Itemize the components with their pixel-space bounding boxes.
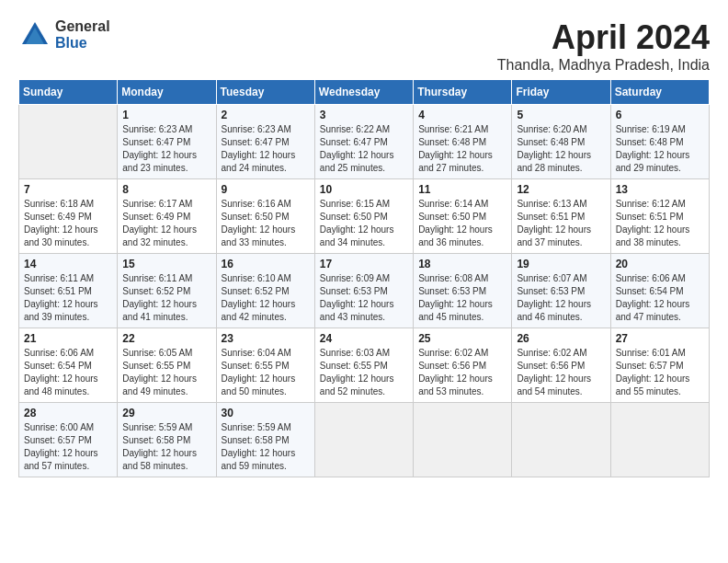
day-number: 30 xyxy=(222,407,310,419)
weekday-header-row: SundayMondayTuesdayWednesdayThursdayFrid… xyxy=(19,80,710,105)
logo-icon xyxy=(18,18,51,52)
day-info: Sunrise: 6:07 AMSunset: 6:53 PMDaylight:… xyxy=(517,272,605,324)
calendar-cell: 28Sunrise: 6:00 AMSunset: 6:57 PMDayligh… xyxy=(19,403,118,477)
day-number: 28 xyxy=(24,407,112,419)
day-number: 20 xyxy=(616,258,704,270)
calendar-cell: 2Sunrise: 6:23 AMSunset: 6:47 PMDaylight… xyxy=(216,105,314,179)
weekday-header-monday: Monday xyxy=(118,80,216,105)
day-number: 5 xyxy=(517,109,605,121)
calendar-cell: 13Sunrise: 6:12 AMSunset: 6:51 PMDayligh… xyxy=(610,179,709,254)
calendar-cell: 8Sunrise: 6:17 AMSunset: 6:49 PMDaylight… xyxy=(118,179,216,254)
day-number: 13 xyxy=(616,183,704,196)
calendar-cell: 1Sunrise: 6:23 AMSunset: 6:47 PMDaylight… xyxy=(118,105,216,179)
day-number: 7 xyxy=(24,183,112,196)
calendar-cell xyxy=(512,403,610,477)
logo: General Blue xyxy=(18,18,110,52)
day-number: 26 xyxy=(517,332,605,345)
logo-text: General Blue xyxy=(55,18,110,51)
calendar-week-1: 1Sunrise: 6:23 AMSunset: 6:47 PMDaylight… xyxy=(19,105,710,179)
calendar-cell xyxy=(19,105,118,179)
logo-blue: Blue xyxy=(55,35,110,52)
day-info: Sunrise: 6:04 AMSunset: 6:55 PMDaylight:… xyxy=(222,347,310,398)
month-title: April 2024 xyxy=(497,18,710,57)
day-info: Sunrise: 6:06 AMSunset: 6:54 PMDaylight:… xyxy=(24,347,112,398)
calendar-cell: 16Sunrise: 6:10 AMSunset: 6:52 PMDayligh… xyxy=(216,254,314,328)
calendar-cell: 21Sunrise: 6:06 AMSunset: 6:54 PMDayligh… xyxy=(19,328,118,403)
day-number: 25 xyxy=(418,332,506,345)
day-info: Sunrise: 6:13 AMSunset: 6:51 PMDaylight:… xyxy=(517,198,605,249)
calendar-cell: 22Sunrise: 6:05 AMSunset: 6:55 PMDayligh… xyxy=(118,328,216,403)
calendar-cell: 11Sunrise: 6:14 AMSunset: 6:50 PMDayligh… xyxy=(414,179,512,254)
calendar-cell: 14Sunrise: 6:11 AMSunset: 6:51 PMDayligh… xyxy=(19,254,118,328)
day-number: 24 xyxy=(320,332,408,345)
calendar-table: SundayMondayTuesdayWednesdayThursdayFrid… xyxy=(18,79,710,477)
weekday-header-tuesday: Tuesday xyxy=(216,80,314,105)
calendar-cell: 19Sunrise: 6:07 AMSunset: 6:53 PMDayligh… xyxy=(512,254,610,328)
calendar-cell: 27Sunrise: 6:01 AMSunset: 6:57 PMDayligh… xyxy=(610,328,709,403)
day-number: 12 xyxy=(517,183,605,196)
day-number: 6 xyxy=(616,109,704,121)
day-number: 22 xyxy=(122,332,210,345)
weekday-header-sunday: Sunday xyxy=(19,80,118,105)
calendar-cell: 5Sunrise: 6:20 AMSunset: 6:48 PMDaylight… xyxy=(512,105,610,179)
day-info: Sunrise: 6:09 AMSunset: 6:53 PMDaylight:… xyxy=(320,272,408,324)
calendar-cell xyxy=(610,403,709,477)
day-info: Sunrise: 6:00 AMSunset: 6:57 PMDaylight:… xyxy=(24,421,112,473)
weekday-header-saturday: Saturday xyxy=(610,80,709,105)
weekday-header-wednesday: Wednesday xyxy=(314,80,413,105)
day-number: 29 xyxy=(122,407,210,419)
calendar-cell: 12Sunrise: 6:13 AMSunset: 6:51 PMDayligh… xyxy=(512,179,610,254)
day-info: Sunrise: 6:08 AMSunset: 6:53 PMDaylight:… xyxy=(418,272,506,324)
day-info: Sunrise: 6:12 AMSunset: 6:51 PMDaylight:… xyxy=(616,198,704,249)
day-info: Sunrise: 6:19 AMSunset: 6:48 PMDaylight:… xyxy=(616,123,704,175)
title-area: April 2024 Thandla, Madhya Pradesh, Indi… xyxy=(497,18,710,74)
calendar-cell: 18Sunrise: 6:08 AMSunset: 6:53 PMDayligh… xyxy=(414,254,512,328)
day-number: 1 xyxy=(122,109,210,121)
calendar-cell: 6Sunrise: 6:19 AMSunset: 6:48 PMDaylight… xyxy=(610,105,709,179)
page-header: General Blue April 2024 Thandla, Madhya … xyxy=(18,18,710,74)
day-info: Sunrise: 6:23 AMSunset: 6:47 PMDaylight:… xyxy=(122,123,210,175)
day-info: Sunrise: 6:06 AMSunset: 6:54 PMDaylight:… xyxy=(616,272,704,324)
logo-general: General xyxy=(55,18,110,35)
weekday-header-thursday: Thursday xyxy=(414,80,512,105)
day-info: Sunrise: 6:17 AMSunset: 6:49 PMDaylight:… xyxy=(122,198,210,249)
day-info: Sunrise: 6:05 AMSunset: 6:55 PMDaylight:… xyxy=(122,347,210,398)
day-info: Sunrise: 6:01 AMSunset: 6:57 PMDaylight:… xyxy=(616,347,704,398)
day-number: 23 xyxy=(222,332,310,345)
calendar-cell: 29Sunrise: 5:59 AMSunset: 6:58 PMDayligh… xyxy=(118,403,216,477)
day-number: 10 xyxy=(320,183,408,196)
day-number: 9 xyxy=(222,183,310,196)
day-number: 21 xyxy=(24,332,112,345)
day-number: 16 xyxy=(222,258,310,270)
day-info: Sunrise: 6:20 AMSunset: 6:48 PMDaylight:… xyxy=(517,123,605,175)
day-info: Sunrise: 6:16 AMSunset: 6:50 PMDaylight:… xyxy=(222,198,310,249)
calendar-cell: 9Sunrise: 6:16 AMSunset: 6:50 PMDaylight… xyxy=(216,179,314,254)
weekday-header-friday: Friday xyxy=(512,80,610,105)
day-info: Sunrise: 6:21 AMSunset: 6:48 PMDaylight:… xyxy=(418,123,506,175)
day-number: 4 xyxy=(418,109,506,121)
calendar-body: 1Sunrise: 6:23 AMSunset: 6:47 PMDaylight… xyxy=(19,105,710,477)
day-info: Sunrise: 6:11 AMSunset: 6:51 PMDaylight:… xyxy=(24,272,112,324)
day-info: Sunrise: 6:18 AMSunset: 6:49 PMDaylight:… xyxy=(24,198,112,249)
day-number: 8 xyxy=(122,183,210,196)
day-info: Sunrise: 6:22 AMSunset: 6:47 PMDaylight:… xyxy=(320,123,408,175)
day-info: Sunrise: 6:15 AMSunset: 6:50 PMDaylight:… xyxy=(320,198,408,249)
calendar-cell: 26Sunrise: 6:02 AMSunset: 6:56 PMDayligh… xyxy=(512,328,610,403)
calendar-cell: 20Sunrise: 6:06 AMSunset: 6:54 PMDayligh… xyxy=(610,254,709,328)
calendar-cell: 3Sunrise: 6:22 AMSunset: 6:47 PMDaylight… xyxy=(314,105,413,179)
day-info: Sunrise: 6:02 AMSunset: 6:56 PMDaylight:… xyxy=(517,347,605,398)
calendar-cell xyxy=(314,403,413,477)
calendar-cell: 30Sunrise: 5:59 AMSunset: 6:58 PMDayligh… xyxy=(216,403,314,477)
day-number: 18 xyxy=(418,258,506,270)
calendar-header: SundayMondayTuesdayWednesdayThursdayFrid… xyxy=(19,80,710,105)
day-info: Sunrise: 6:11 AMSunset: 6:52 PMDaylight:… xyxy=(122,272,210,324)
location-title: Thandla, Madhya Pradesh, India xyxy=(497,57,710,74)
calendar-week-4: 21Sunrise: 6:06 AMSunset: 6:54 PMDayligh… xyxy=(19,328,710,403)
day-number: 27 xyxy=(616,332,704,345)
day-number: 3 xyxy=(320,109,408,121)
day-number: 14 xyxy=(24,258,112,270)
day-info: Sunrise: 6:02 AMSunset: 6:56 PMDaylight:… xyxy=(418,347,506,398)
calendar-week-2: 7Sunrise: 6:18 AMSunset: 6:49 PMDaylight… xyxy=(19,179,710,254)
day-info: Sunrise: 5:59 AMSunset: 6:58 PMDaylight:… xyxy=(222,421,310,473)
day-number: 11 xyxy=(418,183,506,196)
